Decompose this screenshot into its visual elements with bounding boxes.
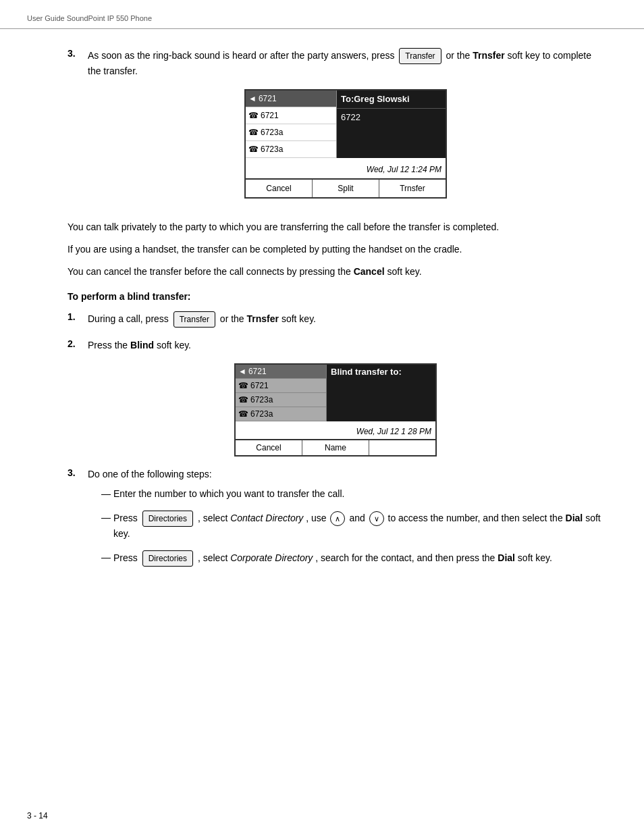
screen2-softkey-name[interactable]: Name xyxy=(302,440,369,455)
bullet3-end: soft key. xyxy=(518,552,552,563)
step-3-body: As soon as the ring-back sound is heard … xyxy=(88,48,603,209)
screen1-line-4: ☎ 6723a xyxy=(246,141,336,158)
screen1-body: ◄ 6721 ☎ 6721 ☎ 6723a ☎ xyxy=(246,90,446,158)
screen1-line-1: ◄ 6721 xyxy=(246,90,336,107)
bullet-2: Press Directories , select Contact Direc… xyxy=(101,511,603,541)
blind-step2-bold: Blind xyxy=(130,340,154,350)
blind-step1-middle: or the xyxy=(220,313,247,324)
bullet2-middle: , select xyxy=(198,513,230,523)
directories-button-1[interactable]: Directories xyxy=(142,511,193,527)
para3-before: You can cancel the transfer before the c… xyxy=(68,266,354,277)
line2-label: 6721 xyxy=(261,109,279,122)
screen2-body: ◄ 6721 ☎ 6721 ☎ 6723a ☎ 6723a Blind tran… xyxy=(236,365,435,421)
s2-line4-icon: ☎ xyxy=(238,409,248,419)
screen2-softkey-cancel[interactable]: Cancel xyxy=(236,440,302,455)
screen1-softkey-cancel[interactable]: Cancel xyxy=(246,180,313,197)
screen1-softkeys: Cancel Split Trnsfer xyxy=(246,178,446,197)
paragraph-1: You can talk privately to the party to w… xyxy=(68,220,603,234)
transfer-button-inline-1[interactable]: Transfer xyxy=(399,48,441,64)
screen1-softkey-split[interactable]: Split xyxy=(313,180,379,197)
phone-screen-1: ◄ 6721 ☎ 6721 ☎ 6723a ☎ xyxy=(244,89,447,199)
blind-step-2: 2. Press the Blind soft key. xyxy=(68,338,603,353)
blind-step3-text: Do one of the following steps: xyxy=(88,469,212,479)
section-heading-blind-transfer: To perform a blind transfer: xyxy=(68,291,603,302)
screen2-date: Wed, Jul 12 1 28 PM xyxy=(236,421,435,439)
bullet3-bold: Dial xyxy=(498,552,515,563)
transfer-button-inline-2[interactable]: Transfer xyxy=(173,311,215,328)
bullet3-middle: , select xyxy=(198,552,230,563)
paragraph-3: You can cancel the transfer before the c… xyxy=(68,265,603,279)
blind-step-1-number: 1. xyxy=(68,311,81,328)
blind-step-3-body: Do one of the following steps: Enter the… xyxy=(88,467,603,576)
screen1-line-3: ☎ 6723a xyxy=(246,124,336,141)
blind-step2-after: soft key. xyxy=(154,340,191,350)
s2-line2-label: 6721 xyxy=(250,381,269,390)
line3-label: 6723a xyxy=(261,126,283,138)
blind-step2-before: Press the xyxy=(88,340,130,350)
s2-line3-icon: ☎ xyxy=(238,395,248,405)
blind-step-3: 3. Do one of the following steps: Enter … xyxy=(68,467,603,576)
blind-step-2-number: 2. xyxy=(68,338,81,353)
step3-text-after: or the xyxy=(446,50,473,61)
down-arrow-icon: ∨ xyxy=(369,511,384,526)
line1-icon: ◄ xyxy=(248,93,257,105)
screen1-softkey-trnsfer[interactable]: Trnsfer xyxy=(379,180,446,197)
phone-screen-2: ◄ 6721 ☎ 6721 ☎ 6723a ☎ 6723a Blind tran… xyxy=(234,363,437,457)
s2-line1-icon: ◄ xyxy=(238,367,246,376)
line1-label: 6721 xyxy=(259,93,277,105)
s2-line2-icon: ☎ xyxy=(238,381,248,390)
bullet3-after: , search for the contact, and then press… xyxy=(315,552,498,563)
blind-step-3-number: 3. xyxy=(68,467,81,576)
blind-step-2-body: Press the Blind soft key. xyxy=(88,338,603,353)
up-arrow-icon: ∧ xyxy=(330,511,345,526)
step-3-intro: 3. As soon as the ring-back sound is hea… xyxy=(68,48,603,209)
bullet3-before: Press xyxy=(113,552,140,563)
blind-step-1-body: During a call, press Transfer or the Trn… xyxy=(88,311,603,328)
page-header: User Guide SoundPoint IP 550 Phone xyxy=(0,0,644,29)
line3-icon: ☎ xyxy=(248,126,259,138)
screen2-line-3: ☎ 6723a xyxy=(236,393,326,407)
screen2-softkeys: Cancel Name xyxy=(236,439,435,455)
line2-icon: ☎ xyxy=(248,109,259,122)
screen2-line-2: ☎ 6721 xyxy=(236,379,326,393)
paragraph-2: If you are using a handset, the transfer… xyxy=(68,242,603,257)
screen2-line-4: ☎ 6723a xyxy=(236,407,326,421)
bullet2-italic: Contact Directory xyxy=(230,513,303,523)
bullet2-bold: Dial xyxy=(566,513,583,523)
step-3-number: 3. xyxy=(68,48,81,209)
screen1-right-col: To:Greg Slowski 6722 xyxy=(337,90,446,158)
screen2-right-col: Blind transfer to: xyxy=(327,365,435,421)
blind-step1-before: During a call, press xyxy=(88,313,171,324)
bullet-3: Press Directories , select Corporate Dir… xyxy=(101,550,603,567)
line4-label: 6723a xyxy=(261,143,283,155)
blind-step1-after: soft key. xyxy=(279,313,316,324)
trnsfer-bold-1: Trnsfer xyxy=(473,50,504,61)
screen2-left-col: ◄ 6721 ☎ 6721 ☎ 6723a ☎ 6723a xyxy=(236,365,327,421)
bullet2-and: and xyxy=(349,513,367,523)
page-number: 3 - 14 xyxy=(27,811,48,820)
bullet1-text: Enter the number to which you want to tr… xyxy=(113,488,344,499)
directories-button-2[interactable]: Directories xyxy=(142,550,193,567)
bullet2-before: Press xyxy=(113,513,140,523)
bullet-list: Enter the number to which you want to tr… xyxy=(101,487,603,567)
screen1-line-2: ☎ 6721 xyxy=(246,107,336,124)
bullet2-middle2: , use xyxy=(306,513,329,523)
screen2-line-1: ◄ 6721 xyxy=(236,365,326,379)
main-content: 3. As soon as the ring-back sound is hea… xyxy=(0,29,644,614)
screen1-right-sub: 6722 xyxy=(337,109,446,126)
para3-bold: Cancel xyxy=(354,266,385,277)
line4-icon: ☎ xyxy=(248,143,259,155)
bullet2-after: to access the number, and then select th… xyxy=(388,513,566,523)
screen1-right-header: To:Greg Slowski xyxy=(337,90,446,109)
header-text: User Guide SoundPoint IP 550 Phone xyxy=(27,14,152,22)
screen1-date: Wed, Jul 12 1:24 PM xyxy=(246,158,446,178)
s2-line3-label: 6723a xyxy=(250,395,273,405)
bullet-1: Enter the number to which you want to tr… xyxy=(101,487,603,501)
para3-after: soft key. xyxy=(385,266,422,277)
screen2-right-header: Blind transfer to: xyxy=(327,365,435,379)
step3-text-before: As soon as the ring-back sound is heard … xyxy=(88,50,394,61)
blind-step-1: 1. During a call, press Transfer or the … xyxy=(68,311,603,328)
blind-step1-bold: Trnsfer xyxy=(247,313,279,324)
s2-line4-label: 6723a xyxy=(250,409,273,419)
screen1-left-col: ◄ 6721 ☎ 6721 ☎ 6723a ☎ xyxy=(246,90,337,158)
